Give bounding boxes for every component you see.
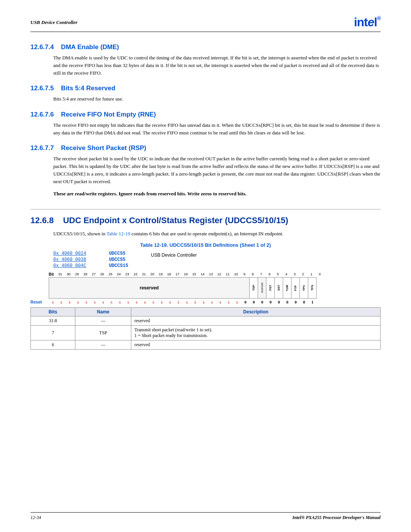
cell-bits-2: 6 [31,340,75,350]
cell-name-1: TSP [75,326,131,340]
section-12676-title: Receive FIFO Not Empty (RNE) [61,111,156,118]
section-1268-number: 12.6.8 [30,216,54,225]
section-1268: 12.6.8 UDC Endpoint x Control/Status Reg… [30,209,381,350]
table-row: 6 — reserved [31,340,381,350]
section-1268-title: UDC Endpoint x Control/Status Register (… [63,216,288,225]
cell-name-0: — [75,316,131,326]
cell-desc-0: reserved [131,316,381,326]
name-1: UDCCS5 [109,251,128,256]
section-1268-body: UDCCS5/10/15, shown in Table 12-19 conta… [53,230,381,238]
bit-cell-tfs: TFS [308,277,317,299]
bit-numbers: 31 30 29 28 27 26 25 24 23 22 21 20 19 1… [56,272,324,276]
bit-cell-tur: TUR [283,277,292,299]
addr-2: 0x 4060_0038 [53,257,86,262]
header-title: USB Device Controller [30,19,78,26]
bit-label: Bit [49,272,54,276]
address-block: 0x 4060_0024 0x 4060_0038 0x 4060_004C U… [53,251,381,268]
reset-x-cells: x x x x x x x x x x x x x x x x x [49,300,317,304]
cell-desc-1: Transmit short packet (read/write 1 to s… [131,326,381,340]
section-12676-heading: 12.6.7.6 Receive FIFO Not Empty (RNE) [30,111,381,118]
cell-name-2: — [75,340,131,350]
register-container: Bit 31 30 29 28 27 26 25 24 23 22 21 20 … [30,272,381,304]
section-12674-body: The DMA enable is used by the UDC to con… [53,54,381,77]
bit-cell-ftf: FTF [292,277,300,299]
bit-cell-reserved6: reserved [258,277,266,299]
table-row: 31:8 — reserved [31,316,381,326]
intel-logo: intel® [354,15,381,29]
table-link[interactable]: Table 12-19 [107,231,130,236]
section-12677: 12.6.7.7 Receive Short Packet (RSP) The … [30,144,381,198]
section-12674-title: DMA Enable (DME) [61,43,119,51]
name-2: UDCCS5 [109,257,128,262]
reg-row-spacer [30,277,49,299]
addr-1: 0x 4060_0024 [53,251,86,256]
section-12677-heading: 12.6.7.7 Receive Short Packet (RSP) [30,144,381,152]
section-12676: 12.6.7.6 Receive FIFO Not Empty (RNE) Th… [30,111,381,137]
section-12675-heading: 12.6.7.5 Bits 5:4 Reserved [30,85,381,92]
register-row: reserved TSP reserved FST SST [30,277,381,299]
bit-cell-fst: FST [266,277,275,299]
addr-col-1: 0x 4060_0024 0x 4060_0038 0x 4060_004C [53,251,86,268]
addr-col-3: USB Device Controller [151,251,197,268]
reset-label: Reset [30,300,49,304]
section-1268-heading: 12.6.8 UDC Endpoint x Control/Status Reg… [30,209,381,225]
section-12677-title: Receive Short Packet (RSP) [61,144,146,152]
table-row: 7 TSP Transmit short packet (read/write … [31,326,381,340]
addr-3: 0x 4060_004C [53,263,86,268]
reset-row: Reset x x x x x x x x x x x x x x [30,300,381,304]
name-3: UDCCS15 [109,263,128,268]
bit-cell-tsp: TSP [250,277,258,299]
th-bits: Bits [31,308,75,316]
section-12675-body: Bits 5:4 are reserved for future use. [53,95,381,103]
section-12674-heading: 12.6.7.4 DMA Enable (DME) [30,43,381,51]
section-12674-number: 12.6.7.4 [30,43,54,51]
cell-bits-1: 7 [31,326,75,340]
section-12674: 12.6.7.4 DMA Enable (DME) The DMA enable… [30,43,381,77]
description-table: Bits Name Description 31:8 — reserved 7 … [30,307,381,350]
th-name: Name [75,308,131,316]
section-12675-number: 12.6.7.5 [30,85,54,92]
reserved-cell-wide: reserved [49,277,250,299]
cell-bits-0: 31:8 [31,316,75,326]
table-title: Table 12-19. UDCCS5/10/15 Bit Definition… [30,242,381,248]
page: USB Device Controller intel® 12.6.7.4 DM… [0,0,411,532]
page-footer: 12-34 Intel® PXA255 Processor Developer'… [30,512,381,521]
bit-cell-sst: SST [275,277,283,299]
footer-page-number: 12-34 [30,515,41,521]
section-12675: 12.6.7.5 Bits 5:4 Reserved Bits 5:4 are … [30,85,381,103]
cell-desc-2: reserved [131,340,381,350]
bit-cell-tpc: TPC [300,277,308,299]
section-12675-title: Bits 5:4 Reserved [61,85,115,92]
section-12676-number: 12.6.7.6 [30,111,54,118]
footer-title: Intel® PXA255 Processor Developer's Manu… [292,515,381,521]
addr-desc-3: USB Device Controller [151,252,197,258]
addr-col-2: UDCCS5 UDCCS5 UDCCS15 [109,251,128,268]
th-desc: Description [131,308,381,316]
section-12677-body: The receive short packet bit is used by … [53,155,381,186]
bit-number-row: Bit 31 30 29 28 27 26 25 24 23 22 21 20 … [49,272,381,276]
section-12677-number: 12.6.7.7 [30,144,54,152]
section-12677-note: These are read/write registers. Ignore r… [53,190,381,198]
section-12676-body: The receive FIFO not empty bit indicates… [53,121,381,137]
page-header: USB Device Controller intel® [30,15,381,32]
